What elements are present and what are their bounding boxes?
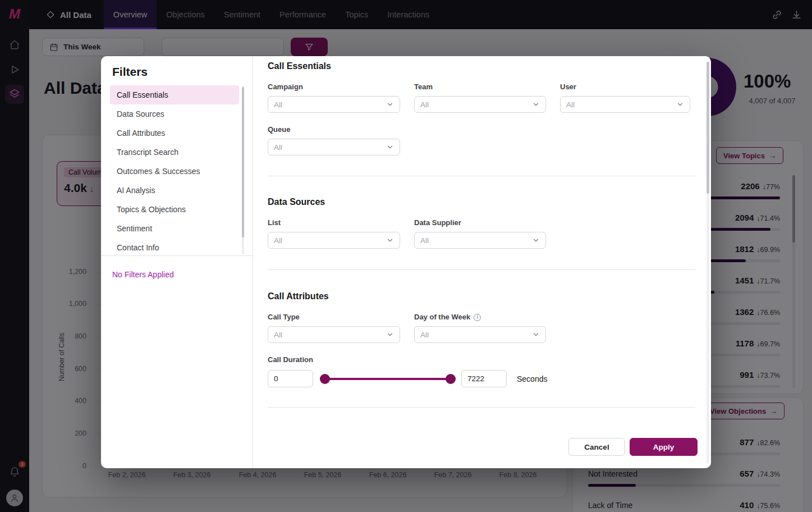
team-select[interactable]: All — [414, 96, 546, 113]
divider — [268, 269, 695, 270]
slider-handle-min[interactable] — [320, 374, 330, 384]
filter-nav: Call Essentials Data Sources Call Attrib… — [110, 85, 253, 254]
filter-nav-item-outcomes-successes[interactable]: Outcomes & Successes — [110, 162, 239, 181]
chevron-down-icon — [532, 236, 540, 244]
cancel-button[interactable]: Cancel — [568, 438, 625, 456]
queue-select[interactable]: All — [268, 139, 400, 156]
queue-select-value: All — [274, 143, 282, 152]
campaign-select-value: All — [274, 100, 282, 109]
filter-nav-item-transcript-search[interactable]: Transcript Search — [110, 143, 239, 162]
team-select-value: All — [420, 100, 429, 109]
user-select-value: All — [566, 100, 575, 109]
section-heading-data-sources: Data Sources — [268, 197, 695, 207]
chevron-down-icon — [386, 331, 394, 339]
filter-nav-item-topics-objections[interactable]: Topics & Objections — [110, 200, 239, 219]
filter-nav-item-sentiment[interactable]: Sentiment — [110, 219, 239, 238]
team-label: Team — [414, 83, 546, 92]
modal-title: Filters — [112, 65, 253, 79]
filter-nav-item-ai-analysis[interactable]: AI Analysis — [110, 181, 239, 200]
list-label: List — [268, 218, 400, 227]
call-type-select[interactable]: All — [268, 326, 400, 343]
divider — [268, 407, 695, 408]
data-supplier-select-value: All — [420, 236, 429, 245]
list-select[interactable]: All — [268, 232, 400, 249]
filters-modal-sidebar: Filters Call Essentials Data Sources Cal… — [101, 56, 253, 468]
divider — [268, 176, 695, 176]
day-of-week-select-value: All — [420, 331, 429, 339]
section-heading-call-essentials: Call Essentials — [268, 61, 695, 71]
divider — [101, 255, 253, 256]
day-of-week-label: Day of the Week — [414, 313, 470, 322]
no-filters-label: No Filters Applied — [112, 270, 174, 279]
duration-range-slider[interactable] — [320, 374, 456, 384]
modal-footer: Cancel Apply — [568, 438, 698, 456]
info-icon[interactable]: i — [474, 314, 481, 321]
call-duration-control: Seconds — [268, 370, 695, 387]
filter-nav-item-data-sources[interactable]: Data Sources — [110, 104, 239, 124]
section-heading-call-attributes: Call Attributes — [268, 291, 695, 301]
chevron-down-icon — [386, 143, 394, 151]
modal-scrollbar[interactable] — [707, 62, 709, 194]
filters-modal-body: Call Essentials Campaign All Team All Us… — [253, 56, 711, 468]
chevron-down-icon — [532, 331, 540, 339]
duration-min-input[interactable] — [268, 370, 313, 387]
data-supplier-label: Data Supplier — [414, 218, 546, 227]
chevron-down-icon — [386, 236, 394, 244]
filter-nav-item-contact-info[interactable]: Contact Info — [110, 238, 239, 254]
user-label: User — [560, 83, 690, 92]
duration-unit-label: Seconds — [517, 374, 547, 383]
slider-handle-max[interactable] — [446, 374, 456, 384]
chevron-down-icon — [386, 100, 394, 108]
list-select-value: All — [274, 236, 282, 245]
campaign-label: Campaign — [268, 83, 400, 92]
queue-label: Queue — [268, 125, 400, 134]
filter-nav-scrollbar[interactable] — [242, 87, 244, 237]
duration-max-input[interactable] — [461, 370, 507, 387]
user-select[interactable]: All — [560, 96, 690, 113]
chevron-down-icon — [676, 100, 684, 108]
slider-track — [320, 378, 456, 380]
data-supplier-select[interactable]: All — [414, 232, 546, 249]
chevron-down-icon — [532, 100, 540, 108]
call-type-select-value: All — [274, 331, 282, 339]
filter-nav-item-call-essentials[interactable]: Call Essentials — [110, 85, 239, 104]
filters-modal: Filters Call Essentials Data Sources Cal… — [101, 56, 711, 468]
campaign-select[interactable]: All — [268, 96, 400, 113]
filter-nav-item-call-attributes[interactable]: Call Attributes — [110, 124, 239, 143]
call-duration-label: Call Duration — [268, 355, 695, 364]
apply-button[interactable]: Apply — [630, 438, 698, 456]
call-type-label: Call Type — [268, 313, 400, 322]
day-of-week-select[interactable]: All — [414, 326, 546, 343]
